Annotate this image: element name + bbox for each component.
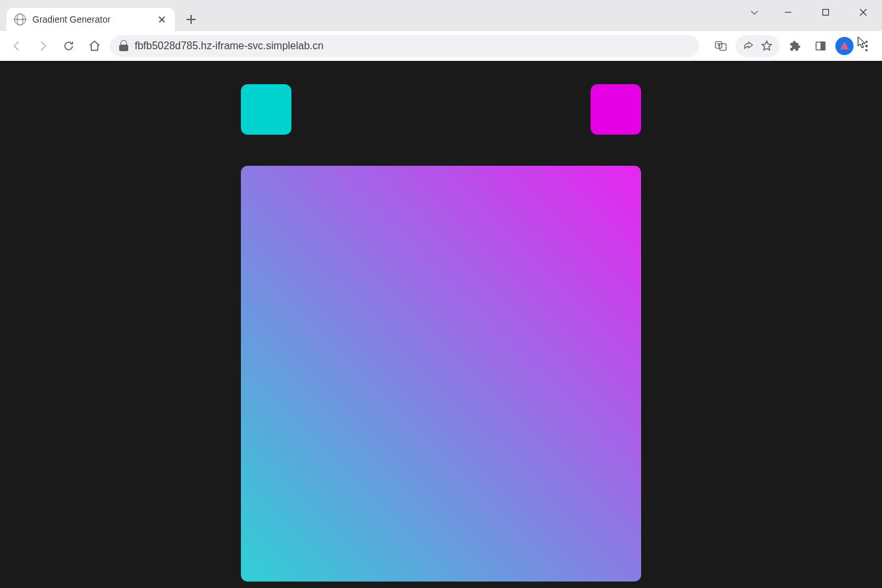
forward-button[interactable] xyxy=(32,36,53,56)
maximize-button[interactable] xyxy=(807,0,844,25)
color-swatch-start[interactable] xyxy=(241,84,291,135)
gradient-preview xyxy=(241,166,641,582)
svg-rect-7 xyxy=(821,42,825,50)
window-controls xyxy=(740,0,882,25)
viewport xyxy=(0,61,882,588)
back-button[interactable] xyxy=(6,36,27,56)
kebab-menu[interactable] xyxy=(857,37,876,55)
new-tab-button[interactable] xyxy=(181,10,201,29)
lock-icon xyxy=(119,41,128,51)
extensions-icon[interactable] xyxy=(784,35,806,57)
bookmark-star-icon[interactable] xyxy=(758,35,776,57)
reload-button[interactable] xyxy=(58,36,79,56)
side-panel-icon[interactable] xyxy=(809,35,831,57)
globe-icon xyxy=(14,14,26,25)
url-text: fbfb5028d785.hz-iframe-svc.simplelab.cn xyxy=(135,40,690,52)
translate-icon[interactable] xyxy=(710,35,732,57)
close-icon[interactable] xyxy=(157,14,167,25)
svg-rect-5 xyxy=(719,44,726,51)
tab-title: Gradient Generator xyxy=(32,14,150,25)
profile-avatar[interactable] xyxy=(835,37,854,55)
browser-tab[interactable]: Gradient Generator xyxy=(6,8,175,31)
svg-rect-1 xyxy=(823,10,829,16)
swatch-row xyxy=(241,84,641,135)
address-bar[interactable]: fbfb5028d785.hz-iframe-svc.simplelab.cn xyxy=(110,35,699,57)
chevron-down-icon[interactable] xyxy=(740,0,769,25)
minimize-button[interactable] xyxy=(769,0,807,25)
gradient-generator-app xyxy=(0,61,882,588)
window-close-button[interactable] xyxy=(844,0,882,25)
share-icon[interactable] xyxy=(740,35,758,57)
home-button[interactable] xyxy=(84,36,105,56)
toolbar: fbfb5028d785.hz-iframe-svc.simplelab.cn xyxy=(0,31,882,61)
color-swatch-end[interactable] xyxy=(591,84,641,135)
titlebar: Gradient Generator xyxy=(0,0,882,31)
